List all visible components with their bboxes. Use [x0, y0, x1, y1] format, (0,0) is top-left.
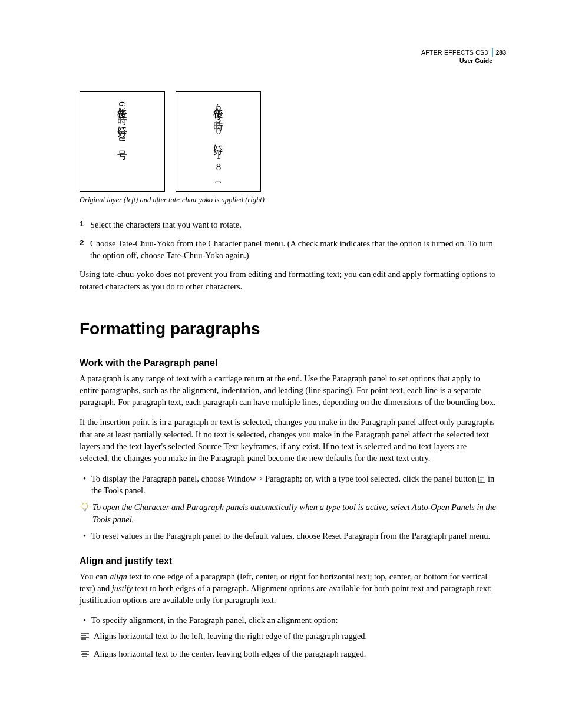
italic-term: align [110, 572, 127, 581]
align-description: Aligns horizontal text to the center, le… [94, 648, 366, 660]
product-name: AFTER EFFECTS CS3 [421, 49, 488, 56]
bullet-list: To specify alignment, in the Paragraph p… [80, 614, 497, 626]
list-item: To reset values in the Paragraph panel t… [80, 530, 497, 542]
step-text: Choose Tate-Chuu-Yoko from the Character… [90, 238, 497, 262]
alignment-option-list: Aligns horizontal text to the left, leav… [81, 630, 497, 661]
page-header: AFTER EFFECTS CS3 283 User Guide [421, 48, 506, 65]
text-run: You can [80, 572, 110, 581]
tip-block: To open the Character and Paragraph pane… [81, 501, 497, 525]
align-left-icon [81, 630, 94, 643]
figure-original: 午後6時30分に18号 [80, 91, 165, 192]
tip-text: To open the Character and Paragraph pane… [92, 501, 497, 525]
bullet-list: To display the Paragraph panel, choose W… [80, 473, 497, 497]
figure-row: 午後6時30分に18号 午後6時30分に18号 [80, 91, 497, 192]
step-number: 1 [80, 219, 90, 230]
document-page: AFTER EFFECTS CS3 283 User Guide 午後6時30分… [0, 0, 562, 728]
guide-label: User Guide [421, 57, 492, 65]
body-paragraph: A paragraph is any range of text with a … [80, 373, 497, 409]
svg-rect-1 [480, 477, 484, 478]
text-run: text to both edges of a paragraph. Align… [80, 584, 492, 605]
figure-applied: 午後6時30分に18号 [176, 91, 261, 192]
list-text-part: To display the Paragraph panel, choose W… [91, 474, 478, 483]
step-text: Select the characters that you want to r… [90, 219, 242, 230]
list-item: To specify alignment, in the Paragraph p… [80, 614, 497, 626]
align-center-icon [81, 648, 94, 661]
section-heading: Formatting paragraphs [80, 317, 497, 340]
bullet-list: To reset values in the Paragraph panel t… [80, 530, 497, 542]
svg-point-3 [82, 503, 88, 509]
lightbulb-icon [81, 501, 92, 525]
svg-rect-2 [480, 479, 482, 482]
align-description: Aligns horizontal text to the left, leav… [94, 630, 367, 642]
body-paragraph: You can align text to one edge of a para… [80, 571, 497, 607]
page-content: 午後6時30分に18号 午後6時30分に18号 Original layer (… [80, 91, 497, 661]
body-paragraph: If the insertion point is in a paragraph… [80, 416, 497, 464]
vertical-text-applied: 午後6時30分に18号 [211, 100, 226, 183]
italic-term: justify [112, 584, 133, 593]
figure-caption: Original layer (left) and after tate-chu… [80, 195, 497, 206]
step-1: 1 Select the characters that you want to… [80, 219, 497, 230]
step-2: 2 Choose Tate-Chuu-Yoko from the Charact… [80, 238, 497, 262]
vertical-text-original: 午後6時30分に18号 [115, 100, 130, 183]
body-paragraph: Using tate-chuu-yoko does not prevent yo… [80, 268, 497, 292]
page-number: 283 [492, 48, 506, 57]
panel-button-icon [478, 474, 485, 481]
align-center-item: Aligns horizontal text to the center, le… [81, 648, 497, 661]
align-left-item: Aligns horizontal text to the left, leav… [81, 630, 497, 643]
subsection-heading: Align and justify text [80, 555, 497, 568]
step-number: 2 [80, 238, 90, 262]
subsection-heading: Work with the Paragraph panel [80, 357, 497, 370]
list-item: To display the Paragraph panel, choose W… [80, 473, 497, 497]
